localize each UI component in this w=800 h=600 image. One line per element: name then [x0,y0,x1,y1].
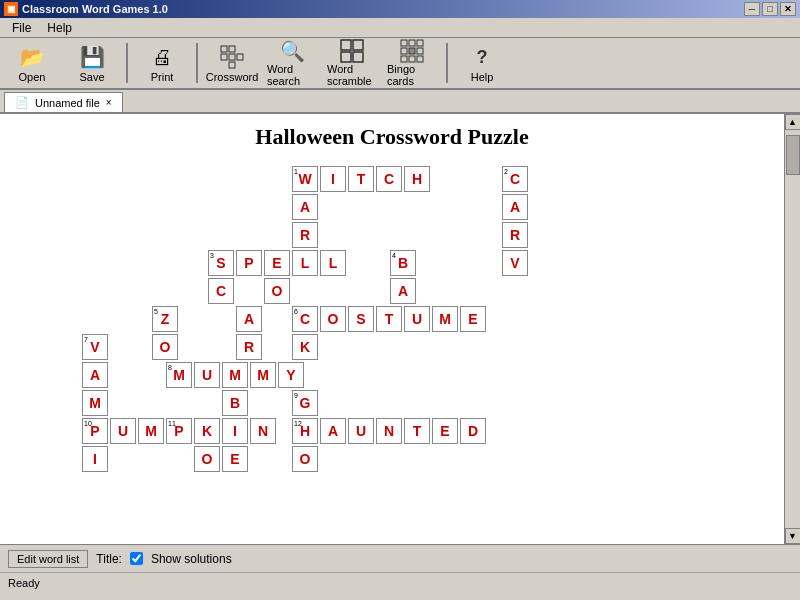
cell-m8: 8M [166,362,192,388]
app-title: Classroom Word Games 1.0 [22,3,168,15]
cell-e3: E [264,250,290,276]
cell-r-sc: R [236,334,262,360]
cell-t1: T [348,166,374,192]
toolbar: 📂 Open 💾 Save 🖨 Print Crossword 🔍 Word s… [0,38,800,90]
cell-p10: 10P [82,418,108,444]
cell-n11: N [250,418,276,444]
show-solutions-label: Show solutions [151,552,232,566]
svg-rect-7 [353,40,363,50]
show-solutions-checkbox[interactable] [130,552,143,565]
open-button[interactable]: 📂 Open [4,40,60,86]
word-search-button[interactable]: 🔍 Word search [264,40,320,86]
cell-a-war: A [292,194,318,220]
cell-g9: 9G [292,390,318,416]
open-label: Open [19,71,46,83]
cell-c2: 2C [502,166,528,192]
menu-help[interactable]: Help [39,19,80,37]
cell-c1: C [376,166,402,192]
svg-rect-8 [341,52,351,62]
crossword-button[interactable]: Crossword [204,40,260,86]
cell-n12: N [376,418,402,444]
cell-w1: 1W [292,166,318,192]
main-area: Halloween Crossword Puzzle 1W I T C H 2C… [0,114,800,544]
scroll-thumb[interactable] [786,135,800,175]
cell-m10: M [138,418,164,444]
svg-rect-5 [229,62,235,68]
cell-r2: R [502,222,528,248]
cell-t12: T [404,418,430,444]
cell-i11: I [222,418,248,444]
cell-k11: K [194,418,220,444]
cell-r-war: R [292,222,318,248]
cell-v2: V [502,250,528,276]
svg-rect-4 [237,54,243,60]
cell-u6: U [404,306,430,332]
cell-c6: 6C [292,306,318,332]
print-icon: 🖨 [148,43,176,71]
toolbar-separator [126,43,128,83]
help-button[interactable]: ? Help [454,40,510,86]
cell-m8c: M [250,362,276,388]
cell-e6: E [460,306,486,332]
cell-p3: P [236,250,262,276]
svg-rect-14 [409,48,415,54]
bingo-cards-button[interactable]: Bingo cards [384,40,440,86]
edit-word-list-button[interactable]: Edit word list [8,550,88,568]
word-search-icon: 🔍 [278,39,306,63]
open-icon: 📂 [18,43,46,71]
menu-file[interactable]: File [4,19,39,37]
maximize-button[interactable]: □ [762,2,778,16]
save-icon: 💾 [78,43,106,71]
help-icon: ? [468,43,496,71]
cell-m8b: M [222,362,248,388]
app-icon: ▣ [4,2,18,16]
cell-b4: 4B [390,250,416,276]
ready-status: Ready [8,577,40,589]
cell-m6: M [432,306,458,332]
word-scramble-icon [338,39,366,63]
cell-o-bot3: O [292,446,318,472]
scroll-track[interactable] [785,130,801,528]
svg-rect-0 [221,46,227,52]
svg-rect-16 [401,56,407,62]
cell-o5: O [152,334,178,360]
save-button[interactable]: 💾 Save [64,40,120,86]
scroll-up-button[interactable]: ▲ [785,114,801,130]
title-bar: ▣ Classroom Word Games 1.0 ─ □ ✕ [0,0,800,18]
crossword-label: Crossword [206,71,259,83]
cell-o-bot2: E [222,446,248,472]
cell-l3b: L [320,250,346,276]
svg-rect-17 [409,56,415,62]
help-label: Help [471,71,494,83]
cell-o-bot1: O [194,446,220,472]
tab-close-button[interactable]: × [106,97,112,108]
cell-a4: A [390,278,416,304]
print-button[interactable]: 🖨 Print [134,40,190,86]
cell-h1: H [404,166,430,192]
cell-s3: 3S [208,250,234,276]
svg-rect-15 [417,48,423,54]
cell-h12: 12H [292,418,318,444]
word-search-label: Word search [267,63,317,87]
cell-i1: I [320,166,346,192]
cell-u8: U [194,362,220,388]
cell-p11: 11P [166,418,192,444]
bingo-icon [398,39,426,63]
save-label: Save [79,71,104,83]
cell-o6: O [320,306,346,332]
status-bar: Edit word list Title: Show solutions [0,544,800,572]
crossword-icon [218,43,246,71]
cell-z5: 5Z [152,306,178,332]
cell-d12: D [460,418,486,444]
close-button[interactable]: ✕ [780,2,796,16]
scroll-down-button[interactable]: ▼ [785,528,801,544]
cell-a12: A [320,418,346,444]
minimize-button[interactable]: ─ [744,2,760,16]
print-label: Print [151,71,174,83]
cell-v7: 7V [82,334,108,360]
tab-unnamed-file[interactable]: 📄 Unnamed file × [4,92,123,112]
cell-t6: T [376,306,402,332]
vertical-scrollbar[interactable]: ▲ ▼ [784,114,800,544]
word-scramble-button[interactable]: Word scramble [324,40,380,86]
content-scroll[interactable]: Halloween Crossword Puzzle 1W I T C H 2C… [0,114,784,544]
